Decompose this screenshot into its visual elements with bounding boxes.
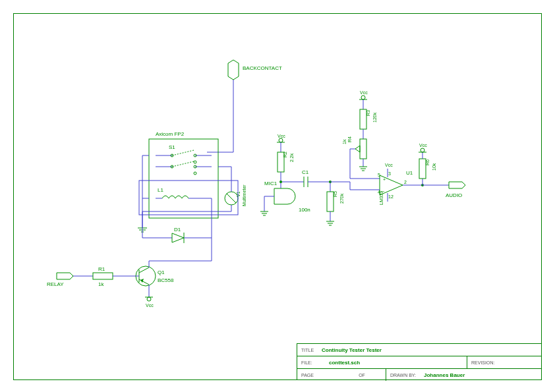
svg-text:+: + [383, 177, 386, 182]
r5: R5 270k [326, 181, 344, 225]
diode-d1: D1 [142, 198, 212, 243]
svg-text:120k: 120k [372, 112, 377, 123]
svg-text:MIC1: MIC1 [264, 181, 278, 186]
svg-rect-50 [93, 273, 113, 279]
relay-input: RELAY R1 1k Q1 BC558 Vcc [47, 238, 212, 308]
svg-rect-107 [360, 139, 366, 159]
title-block: TITLE Continuity Tester Tester FILE: con… [297, 343, 541, 379]
revision-label: REVISION: [467, 359, 541, 366]
svg-text:Vcc: Vcc [360, 90, 368, 95]
svg-text:U1: U1 [406, 170, 413, 176]
svg-text:D1: D1 [174, 227, 181, 233]
svg-text:Vcc: Vcc [385, 163, 393, 167]
svg-text:270k: 270k [339, 193, 344, 204]
svg-point-142 [421, 148, 424, 152]
svg-text:R1: R1 [98, 266, 105, 272]
svg-text:Axicom FP2: Axicom FP2 [156, 131, 185, 137]
svg-marker-47 [57, 273, 73, 279]
port-backcontact: BACKCONTACT [207, 60, 282, 152]
svg-marker-108 [355, 146, 360, 152]
comparator-u1: + - 5 4 3 12 2 U1 LM339 Vcc [330, 163, 423, 205]
svg-text:3: 3 [388, 171, 391, 176]
svg-text:10k: 10k [432, 163, 436, 171]
svg-text:1k: 1k [98, 281, 104, 287]
svg-line-56 [139, 267, 149, 273]
ref-divider: Vcc R3 120k R4 1k [342, 90, 380, 179]
svg-point-12 [194, 161, 196, 163]
svg-text:C1: C1 [302, 169, 309, 175]
svg-line-9 [172, 150, 194, 155]
svg-text:R6: R6 [425, 159, 430, 165]
c1: C1 100n [299, 169, 330, 213]
svg-marker-58 [140, 279, 144, 283]
drawn-by: Johannes Bauer [420, 371, 469, 379]
svg-text:Multimeter: Multimeter [242, 184, 247, 206]
svg-text:2.2k: 2.2k [289, 153, 294, 162]
svg-marker-0 [228, 60, 239, 80]
svg-text:RELAY: RELAY [47, 281, 64, 287]
svg-text:5: 5 [378, 173, 380, 177]
svg-point-70 [279, 138, 283, 142]
svg-text:Vcc: Vcc [419, 143, 427, 148]
svg-text:1k: 1k [342, 139, 347, 144]
mic-stage: Vcc R2 2.2k MIC1 [260, 134, 304, 215]
file-name: conttest.sch [325, 358, 467, 367]
svg-text:BC558: BC558 [158, 277, 174, 283]
svg-marker-42 [172, 233, 184, 242]
page-label: PAGE [297, 372, 338, 379]
svg-text:Vcc: Vcc [146, 303, 154, 308]
svg-text:L1: L1 [158, 187, 163, 193]
svg-text:AUDIO: AUDIO [446, 192, 462, 198]
svg-text:R3: R3 [366, 110, 370, 116]
drawn-label: DRAWN BY: [386, 372, 420, 379]
schematic-title: Continuity Tester Tester [318, 346, 386, 354]
svg-text:S1: S1 [169, 144, 175, 150]
svg-marker-145 [449, 182, 465, 188]
svg-text:12: 12 [388, 194, 394, 199]
title-label: TITLE [297, 347, 318, 354]
svg-rect-39 [139, 181, 238, 215]
svg-text:Vcc: Vcc [278, 134, 285, 138]
svg-point-100 [361, 96, 365, 99]
of-label: OF [338, 372, 386, 379]
svg-text:BACKCONTACT: BACKCONTACT [243, 65, 282, 71]
svg-line-15 [172, 161, 194, 167]
output-stage: R6 10k Vcc AUDIO [419, 143, 465, 198]
svg-text:2: 2 [404, 180, 407, 184]
svg-text:R2: R2 [283, 152, 287, 157]
relay-box: Axicom FP2 S1 L1 [138, 131, 218, 232]
svg-rect-4 [149, 139, 218, 218]
svg-text:R5: R5 [333, 191, 337, 197]
svg-point-84 [279, 181, 282, 183]
svg-text:100n: 100n [299, 207, 310, 213]
schematic-svg: BACKCONTACT Axicom FP2 S1 L1 [14, 14, 541, 379]
svg-text:LM339: LM339 [379, 190, 384, 205]
schematic-frame: BACKCONTACT Axicom FP2 S1 L1 [13, 13, 542, 380]
svg-text:R4: R4 [347, 136, 352, 142]
svg-point-67 [147, 297, 151, 301]
svg-point-18 [194, 172, 196, 175]
file-label: FILE: [297, 359, 325, 366]
svg-text:Q1: Q1 [158, 269, 165, 275]
